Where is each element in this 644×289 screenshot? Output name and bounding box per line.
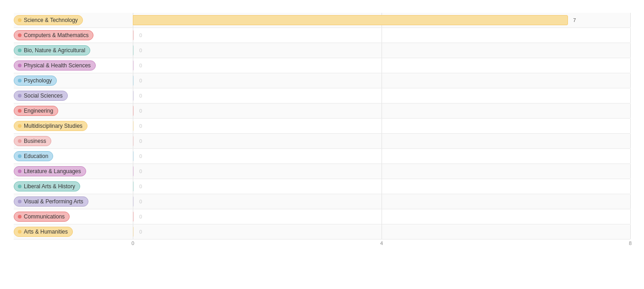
bar-row: Visual & Performing Arts0 (14, 194, 630, 209)
grid-line (630, 164, 631, 179)
grid-line (630, 134, 631, 148)
bar-row: Arts & Humanities0 (14, 224, 630, 240)
bar-label: Engineering (24, 108, 53, 114)
grid-line (630, 149, 631, 164)
bar-row: Multidisciplinary Studies0 (14, 119, 630, 134)
bar-label: Visual & Performing Arts (24, 198, 83, 205)
x-axis-tick: 8 (629, 240, 632, 246)
bar-dot-icon (18, 154, 22, 158)
bar-value-label: 0 (139, 48, 142, 53)
bar-label: Education (24, 153, 48, 159)
bar-label: Bio, Nature & Agricultural (24, 47, 85, 54)
bar: 0 (133, 76, 134, 86)
bar-dot-icon (18, 64, 22, 67)
bar-dot-icon (18, 230, 22, 234)
bar-label: Communications (24, 213, 65, 220)
bar: 7 (133, 15, 568, 25)
bar-row: Business0 (14, 134, 630, 149)
grid-line (382, 224, 382, 239)
grid-line (630, 58, 631, 73)
bar-value-label: 0 (139, 33, 142, 38)
bar-label: Psychology (24, 77, 52, 84)
bar-dot-icon (18, 200, 22, 203)
bar: 0 (133, 30, 134, 40)
grid-line (630, 179, 631, 194)
bar-dot-icon (18, 79, 22, 82)
bar-dot-icon (18, 18, 22, 22)
bar-label: Computers & Mathematics (24, 32, 88, 38)
bar-row: Education0 (14, 149, 630, 164)
bar: 0 (133, 106, 134, 116)
grid-line (630, 28, 631, 43)
bar-dot-icon (18, 215, 22, 218)
grid-line (382, 119, 382, 133)
bar: 0 (133, 151, 134, 161)
grid-line (630, 73, 631, 88)
bar-dot-icon (18, 49, 22, 52)
bar-value-label: 0 (139, 169, 142, 174)
bar-label: Physical & Health Sciences (24, 62, 91, 69)
bar-row: Computers & Mathematics0 (14, 28, 630, 43)
x-axis-tick: 0 (131, 240, 134, 246)
bar-value-label: 7 (573, 17, 576, 23)
bar-value-label: 0 (139, 153, 142, 159)
grid-line (382, 88, 382, 103)
bar-value-label: 0 (139, 229, 142, 234)
grid-line (630, 194, 631, 209)
grid-line (630, 209, 631, 224)
grid-line (382, 194, 382, 209)
grid-line (382, 43, 382, 58)
bar-row: Social Sciences0 (14, 88, 630, 104)
bar-row: Engineering0 (14, 104, 630, 119)
bar-value-label: 0 (139, 63, 142, 68)
x-axis-tick: 4 (380, 240, 383, 246)
bar-dot-icon (18, 124, 22, 128)
bar: 0 (133, 227, 134, 237)
grid-line (382, 134, 382, 148)
bar-row: Literature & Languages0 (14, 164, 630, 179)
bar-row: Science & Technology7 (14, 13, 630, 28)
bar: 0 (133, 196, 134, 207)
bar-dot-icon (18, 169, 22, 173)
bar-value-label: 0 (139, 78, 142, 83)
bar-label: Science & Technology (24, 17, 78, 23)
bar: 0 (133, 121, 134, 131)
bar-value-label: 0 (139, 108, 142, 114)
bar-value-label: 0 (139, 138, 142, 144)
grid-line (382, 73, 382, 88)
grid-line (630, 13, 631, 27)
bar: 0 (133, 60, 134, 71)
bar-dot-icon (18, 94, 22, 98)
bar: 0 (133, 45, 134, 55)
grid-line (382, 164, 382, 179)
bar-value-label: 0 (139, 199, 142, 204)
grid-line (382, 209, 382, 224)
bar-row: Physical & Health Sciences0 (14, 58, 630, 73)
bar-dot-icon (18, 139, 22, 143)
bar-label: Business (24, 138, 46, 144)
grid-line (630, 43, 631, 58)
bar-row: Bio, Nature & Agricultural0 (14, 43, 630, 58)
bar-value-label: 0 (139, 184, 142, 189)
bar: 0 (133, 212, 134, 222)
bar-label: Liberal Arts & History (24, 183, 75, 190)
bar-value-label: 0 (139, 123, 142, 129)
bar-label: Multidisciplinary Studies (24, 123, 82, 129)
grid-line (630, 224, 631, 239)
grid-line (382, 28, 382, 43)
bar-label: Arts & Humanities (24, 229, 68, 235)
grid-line (382, 149, 382, 164)
grid-line (630, 104, 631, 118)
chart-container: Science & Technology7Computers & Mathema… (14, 13, 630, 250)
bar-row: Communications0 (14, 209, 630, 224)
bar: 0 (133, 91, 134, 101)
grid-line (382, 179, 382, 194)
bar-dot-icon (18, 185, 22, 188)
grid-line (630, 119, 631, 133)
bar-label: Literature & Languages (24, 168, 81, 174)
grid-line (630, 88, 631, 103)
bar-row: Liberal Arts & History0 (14, 179, 630, 194)
grid-line (382, 58, 382, 73)
bar: 0 (133, 136, 134, 146)
bar-dot-icon (18, 109, 22, 113)
